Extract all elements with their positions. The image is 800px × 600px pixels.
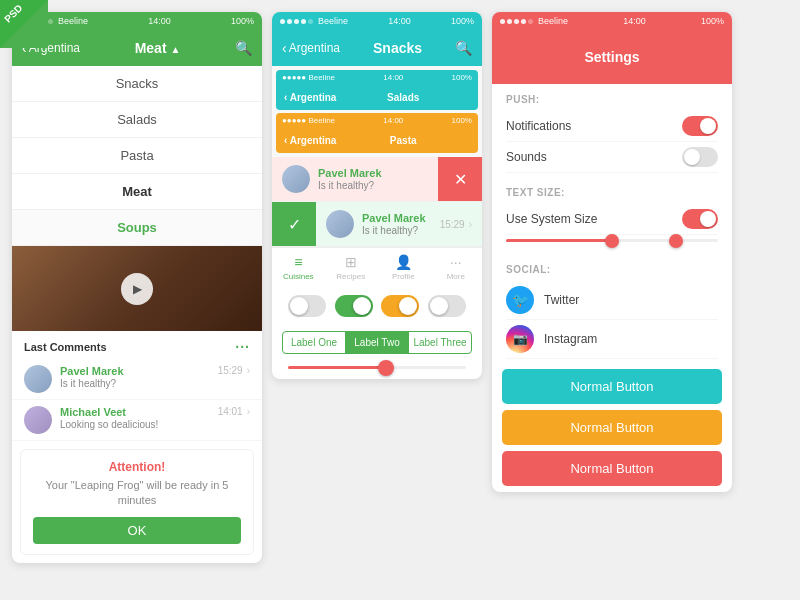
nav-bar-2: ‹ Argentina Snacks 🔍: [272, 30, 482, 66]
ts-thumb-left[interactable]: [605, 234, 619, 248]
food-image: ▶: [12, 246, 262, 331]
toggle-row: [272, 285, 482, 327]
status-bar-3: Beeline 14:00 100%: [492, 12, 732, 30]
comments-header: Last Comments ···: [12, 331, 262, 359]
ts-thumb-right[interactable]: [669, 234, 683, 248]
text-size-label: TEXT SIZE:: [506, 187, 718, 198]
avatar-2: [24, 406, 52, 434]
status-bar-1: Beeline 14:00 100%: [12, 12, 262, 30]
normal-button-red[interactable]: Normal Button: [502, 451, 722, 486]
comment-2: Michael Veet Looking so dealicious! 14:0…: [12, 400, 262, 441]
battery-label: 100%: [231, 16, 254, 26]
toggle-2[interactable]: [335, 295, 373, 317]
twitter-label: Twitter: [544, 293, 579, 307]
system-size-label: Use System Size: [506, 212, 597, 226]
menu-item-meat[interactable]: Meat: [12, 174, 262, 210]
time-label: 14:00: [148, 16, 171, 26]
carrier-label: Beeline: [58, 16, 88, 26]
comments-title: Last Comments: [24, 341, 107, 353]
search-icon-2[interactable]: 🔍: [455, 40, 472, 56]
mini-bar-orange: ●●●●● Beeline14:00100% ‹ ArgentinaPasta: [276, 113, 478, 153]
toggle-4[interactable]: [428, 295, 466, 317]
segment-3[interactable]: Label Three: [408, 332, 471, 353]
back-button-2[interactable]: ‹ Argentina: [282, 40, 340, 56]
search-icon[interactable]: 🔍: [235, 40, 252, 56]
comment-body-2: Michael Veet Looking so dealicious!: [60, 406, 210, 430]
ok-button[interactable]: OK: [33, 517, 241, 544]
notifications-toggle[interactable]: [682, 116, 718, 136]
instagram-icon: 📷: [506, 325, 534, 353]
twitter-row: 🐦 Twitter: [506, 281, 718, 320]
comment-right-2: 14:01 ›: [218, 406, 250, 417]
comment-author-2: Michael Veet: [60, 406, 210, 418]
tab-bar: ≡ Cuisines ⊞ Recipes 👤 Profile ··· More: [272, 247, 482, 285]
menu-item-pasta[interactable]: Pasta: [12, 138, 262, 174]
sounds-row: Sounds: [506, 142, 718, 173]
attention-title: Attention!: [33, 460, 241, 474]
psd-badge: PSD: [0, 0, 48, 48]
text-size-slider: [506, 235, 718, 250]
comment-text-2: Looking so dealicious!: [60, 419, 210, 430]
toggle-3[interactable]: [381, 295, 419, 317]
swipe-body-2: Pavel Marek Is it healthy?: [362, 212, 432, 236]
attention-box: Attention! Your "Leaping Frog" will be r…: [20, 449, 254, 555]
menu-item-salads[interactable]: Salads: [12, 102, 262, 138]
ts-track[interactable]: [506, 239, 718, 242]
play-button[interactable]: ▶: [121, 273, 153, 305]
instagram-row: 📷 Instagram: [506, 320, 718, 359]
attention-text: Your "Leaping Frog" will be ready in 5 m…: [33, 478, 241, 509]
swipe-item-1: ✕ Pavel Marek Is it healthy? 15:29 ›: [272, 157, 482, 202]
sounds-toggle[interactable]: [682, 147, 718, 167]
comment-body-1: Pavel Marek Is it healthy?: [60, 365, 210, 389]
system-size-toggle[interactable]: [682, 209, 718, 229]
mini-bar-teal: ●●●●● Beeline14:00100% ‹ ArgentinaSalads: [276, 70, 478, 110]
panel-1: Beeline 14:00 100% ‹ Argentina Meat ▲ 🔍 …: [12, 12, 262, 563]
signal-dots-2: Beeline: [280, 16, 348, 26]
comment-author-1: Pavel Marek: [60, 365, 210, 377]
toggle-1[interactable]: [288, 295, 326, 317]
avatar-4: [326, 210, 354, 238]
notifications-label: Notifications: [506, 119, 571, 133]
system-size-row: Use System Size: [506, 204, 718, 235]
social-label: SOCIAL:: [506, 264, 718, 275]
comment-1: Pavel Marek Is it healthy? 15:29 ›: [12, 359, 262, 400]
status-bar-2: Beeline 14:00 100%: [272, 12, 482, 30]
more-button[interactable]: ···: [235, 339, 250, 355]
normal-button-orange[interactable]: Normal Button: [502, 410, 722, 445]
sounds-label: Sounds: [506, 150, 547, 164]
slider-thumb[interactable]: [378, 360, 394, 376]
tab-cuisines[interactable]: ≡ Cuisines: [272, 254, 325, 281]
tab-recipes[interactable]: ⊞ Recipes: [325, 254, 378, 281]
nav-bar-1: ‹ Argentina Meat ▲ 🔍: [12, 30, 262, 66]
confirm-action[interactable]: ✓: [272, 202, 316, 246]
slider-track[interactable]: [288, 366, 466, 369]
recipes-icon: ⊞: [345, 254, 357, 270]
avatar-1: [24, 365, 52, 393]
push-section: PUSH: Notifications Sounds: [492, 84, 732, 177]
segment-1[interactable]: Label One: [283, 332, 345, 353]
instagram-label: Instagram: [544, 332, 597, 346]
menu-list: Snacks Salads Pasta Meat Soups: [12, 66, 262, 246]
push-label: PUSH:: [506, 94, 718, 105]
segment-2[interactable]: Label Two: [345, 332, 408, 353]
tab-profile[interactable]: 👤 Profile: [377, 254, 430, 281]
panel-3: Beeline 14:00 100% Settings PUSH: Notifi…: [492, 12, 732, 492]
nav-title-2: Snacks: [373, 40, 422, 56]
nav-title: Meat ▲: [135, 40, 181, 56]
social-section: SOCIAL: 🐦 Twitter 📷 Instagram: [492, 254, 732, 363]
panel-2: Beeline 14:00 100% ‹ Argentina Snacks 🔍 …: [272, 12, 482, 379]
psd-label: PSD: [2, 2, 24, 24]
avatar-3: [282, 165, 310, 193]
twitter-icon: 🐦: [506, 286, 534, 314]
settings-title: Settings: [584, 49, 639, 65]
swipe-body-1: Pavel Marek Is it healthy?: [318, 167, 432, 191]
segmented-control: Label One Label Two Label Three: [282, 331, 472, 354]
cuisines-icon: ≡: [294, 254, 302, 270]
more-icon: ···: [450, 254, 462, 270]
menu-item-soups[interactable]: Soups: [12, 210, 262, 246]
delete-action[interactable]: ✕: [438, 157, 482, 201]
notifications-row: Notifications: [506, 111, 718, 142]
menu-item-snacks[interactable]: Snacks: [12, 66, 262, 102]
tab-more[interactable]: ··· More: [430, 254, 483, 281]
normal-button-teal[interactable]: Normal Button: [502, 369, 722, 404]
